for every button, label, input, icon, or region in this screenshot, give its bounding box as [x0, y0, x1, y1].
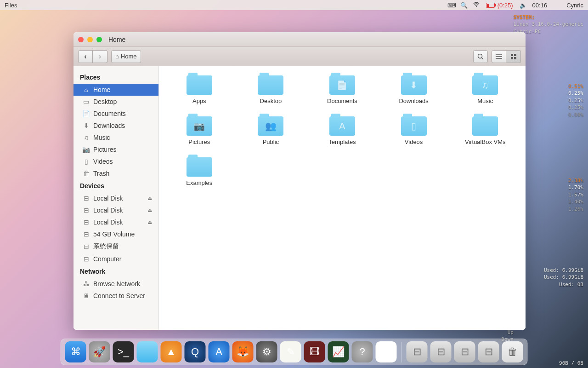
dock-chrome[interactable]: ◉: [376, 341, 397, 362]
battery-indicator[interactable]: (0:25): [486, 2, 513, 9]
volume-icon[interactable]: 🔈: [520, 2, 526, 8]
sidebar-network-1[interactable]: 🖥Connect to Server: [74, 290, 158, 302]
appstore-icon: A: [215, 346, 222, 358]
sidebar-place-music[interactable]: ♫Music: [74, 132, 158, 144]
folder-label: Public: [263, 138, 279, 145]
eject-icon[interactable]: ⏏: [147, 207, 152, 213]
sidebar-place-documents[interactable]: 📄Documents: [74, 108, 158, 120]
close-button[interactable]: [78, 37, 84, 42]
dock-vlc[interactable]: ▲: [161, 341, 182, 362]
devices-header: Devices: [74, 179, 158, 192]
folder-view[interactable]: AppsDesktop📄Documents⬇Downloads♫Music📷Pi…: [159, 66, 526, 330]
dock-help[interactable]: ?: [352, 341, 373, 362]
sidebar-item-label: Videos: [93, 158, 113, 165]
drive2-icon: ⊟: [437, 346, 445, 358]
dock-terminal[interactable]: >_: [113, 341, 134, 362]
folder-templates[interactable]: ATemplates: [311, 116, 373, 145]
maximize-button[interactable]: [96, 37, 102, 42]
folder-pictures[interactable]: 📷Pictures: [168, 116, 231, 145]
eject-icon[interactable]: ⏏: [147, 219, 152, 225]
app-menu-label[interactable]: Files: [5, 2, 17, 9]
back-button[interactable]: ‹: [78, 50, 93, 63]
dock-drive3[interactable]: ⊟: [454, 341, 475, 362]
folder-label: Pictures: [188, 138, 210, 145]
sidebar-place-videos[interactable]: ▯Videos: [74, 155, 158, 167]
place-icon: ⌂: [83, 87, 90, 93]
sidebar-item-label: Documents: [93, 110, 126, 117]
folder-downloads[interactable]: ⬇Downloads: [383, 75, 445, 104]
dock-drive4[interactable]: ⊟: [478, 341, 499, 362]
network-icon: 🖥: [83, 293, 90, 299]
apple-icon[interactable]: [554, 2, 560, 8]
dock-monitor[interactable]: 📈: [328, 341, 349, 362]
user-menu[interactable]: Cynric: [566, 2, 583, 9]
dock-files[interactable]: [137, 341, 158, 362]
folder-label: Documents: [327, 98, 357, 104]
folder-videos[interactable]: ▯Videos: [383, 116, 445, 145]
dock-drive2[interactable]: ⊟: [430, 341, 452, 362]
sidebar-place-pictures[interactable]: 📷Pictures: [74, 144, 158, 155]
sidebar-place-trash[interactable]: 🗑Trash: [74, 167, 158, 179]
cpu-meters-1: 0.51% 0.25% 0.25% 0.25% 0.00%: [568, 83, 583, 118]
monitor-icon: 📈: [332, 346, 345, 358]
overlay-title: SYSTEM:: [514, 14, 583, 21]
place-icon: 📄: [83, 111, 90, 117]
overlay-kernel: Linux 3.16.0-24-generic: [514, 21, 583, 28]
folder-label: Music: [477, 98, 493, 104]
keyboard-icon[interactable]: ⌨: [447, 2, 454, 8]
icon-view-button[interactable]: [506, 50, 521, 63]
dock-drive1[interactable]: ⊟: [407, 341, 428, 362]
folder-icon: 📷: [187, 116, 212, 136]
folder-apps[interactable]: Apps: [168, 75, 231, 104]
folder-label: Videos: [405, 138, 423, 145]
net-rate: 90B / 0B: [559, 360, 583, 366]
dock-textedit[interactable]: ✎: [280, 341, 301, 362]
dock-finder[interactable]: ⌘: [65, 341, 86, 362]
sidebar-device-4[interactable]: ⊟系统保留: [74, 240, 158, 253]
dock-quicktime[interactable]: Q: [185, 341, 206, 362]
dock-media[interactable]: 🎞: [304, 341, 325, 362]
svg-point-0: [476, 6, 477, 7]
list-view-button[interactable]: [492, 50, 506, 63]
search-icon[interactable]: 🔍: [460, 2, 467, 8]
dock-trash[interactable]: 🗑: [502, 341, 523, 362]
drive4-icon: ⊟: [485, 346, 493, 358]
sidebar-device-5[interactable]: ⊟Computer: [74, 253, 158, 265]
textedit-icon: ✎: [287, 346, 295, 358]
dock-launcher[interactable]: 🚀: [89, 341, 110, 362]
sidebar-place-home[interactable]: ⌂Home: [74, 84, 158, 96]
dock-firefox[interactable]: 🦊: [232, 341, 254, 362]
minimize-button[interactable]: [87, 37, 93, 42]
sidebar-device-1[interactable]: ⊟Local Disk⏏: [74, 204, 158, 216]
search-button[interactable]: [473, 50, 488, 63]
folder-examples[interactable]: Examples: [168, 157, 231, 186]
dock-appstore[interactable]: A: [209, 341, 230, 362]
dock: ⌘🚀>_▲QA🦊⚙✎🎞📈?◉ ⊟⊟⊟⊟🗑: [61, 339, 528, 365]
path-button[interactable]: ⌂ Home: [111, 50, 141, 63]
folder-documents[interactable]: 📄Documents: [311, 75, 373, 104]
dock-settings[interactable]: ⚙: [256, 341, 277, 362]
sidebar-item-label: Browse Network: [93, 280, 140, 288]
terminal-icon: >_: [118, 346, 129, 358]
clock[interactable]: 00:16: [532, 2, 548, 9]
place-icon: ♫: [83, 135, 90, 141]
folder-desktop[interactable]: Desktop: [240, 75, 302, 104]
sidebar-device-2[interactable]: ⊟Local Disk⏏: [74, 216, 158, 228]
folder-public[interactable]: 👥Public: [240, 116, 302, 145]
folder-virtualbox-vms[interactable]: VirtualBox VMs: [454, 116, 516, 145]
sidebar-device-0[interactable]: ⊟Local Disk⏏: [74, 192, 158, 204]
sidebar-place-desktop[interactable]: ▭Desktop: [74, 96, 158, 108]
wifi-icon[interactable]: [473, 2, 480, 8]
sidebar-network-0[interactable]: 🖧Browse Network: [74, 278, 158, 290]
folder-music[interactable]: ♫Music: [454, 75, 516, 104]
forward-button[interactable]: ›: [93, 50, 107, 63]
sidebar-device-3[interactable]: ⊟54 GB Volume: [74, 228, 158, 240]
settings-icon: ⚙: [262, 346, 271, 358]
firefox-icon: 🦊: [237, 346, 249, 358]
window-titlebar[interactable]: Home: [74, 32, 526, 47]
sidebar-item-label: 系统保留: [93, 242, 119, 251]
sidebar-item-label: Local Disk: [93, 218, 123, 226]
eject-icon[interactable]: ⏏: [147, 196, 152, 201]
sidebar-item-label: Downloads: [93, 122, 125, 129]
sidebar-place-downloads[interactable]: ⬇Downloads: [74, 120, 158, 132]
